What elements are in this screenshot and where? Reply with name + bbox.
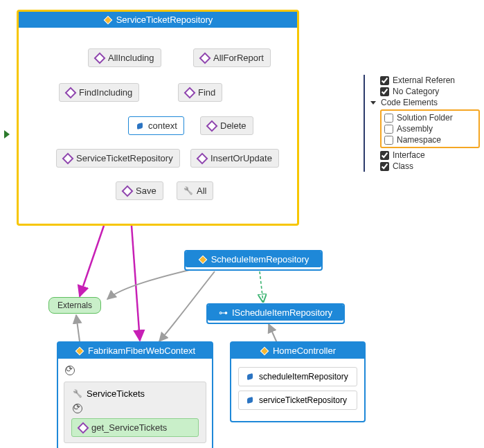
node-label: Save [136,186,156,196]
node-label: context [148,120,177,131]
filter-panel: External Referen No Category Code Elemen… [364,75,480,172]
checkbox-assembly[interactable] [384,125,393,134]
checkbox-no-category[interactable] [380,87,389,96]
container-header[interactable]: IScheduleItemRepository [208,305,343,321]
container-header[interactable]: ScheduleItemRepository [186,251,321,267]
method-icon [123,186,132,196]
container-body: AllIncluding AllForReport FindIncluding … [19,28,297,222]
filter-row-external-references[interactable]: External Referen [380,75,480,86]
method-icon [185,88,195,98]
container-title: FabrikamFiberWebContext [88,346,195,356]
method-icon [95,53,105,63]
node-all-for-report[interactable]: AllForReport [193,48,271,67]
container-header[interactable]: HomeController [231,343,364,359]
wrench-icon [73,389,82,399]
class-icon [75,346,84,356]
node-label: All [197,186,206,196]
filter-label: Interface [393,150,425,160]
node-label: FindIncluding [79,87,132,98]
filter-row-interface[interactable]: Interface [380,150,480,161]
svg-rect-12 [260,347,268,355]
container-body: scheduleItemRepository serviceTicketRepo… [231,359,364,421]
node-find-including[interactable]: FindIncluding [59,83,139,102]
container-title: IScheduleItemRepository [232,307,332,318]
node-label: Delete [220,120,247,131]
method-icon [207,121,217,131]
container-home-controller[interactable]: HomeController scheduleItemRepository se… [230,341,366,422]
subbox-title: ServiceTickets [87,388,145,399]
svg-rect-9 [104,16,111,24]
container-title: ScheduleItemRepository [211,254,310,265]
checkbox-class[interactable] [380,162,389,171]
filter-row-solution-folder[interactable]: Solution Folder [384,112,476,123]
filter-label: Class [393,161,413,171]
checkbox-external-references[interactable] [380,76,389,85]
checkbox-solution-folder[interactable] [384,114,393,123]
member-service-ticket-repository[interactable]: serviceTicketRepository [238,391,357,410]
container-service-ticket-repository[interactable]: ServiceTicketRepository AllIncluding All… [17,10,299,226]
node-service-ticket-repository[interactable]: ServiceTicketRepository [56,149,180,168]
member-label: serviceTicketRepository [259,395,347,405]
container-header[interactable]: ServiceTicketRepository [19,12,297,28]
node-label: AllIncluding [108,53,154,63]
node-label: get_ServiceTickets [91,422,167,433]
container-body: ServiceTickets get_ServiceTickets [58,359,212,448]
checkbox-interface[interactable] [380,151,389,160]
node-get-service-tickets[interactable]: get_ServiceTickets [71,418,199,437]
class-icon [103,15,113,25]
filter-row-namespace[interactable]: Namespace [384,134,476,145]
member-schedule-item-repository[interactable]: scheduleItemRepository [238,367,357,386]
method-icon [78,423,88,433]
container-title: ServiceTicketRepository [116,15,213,25]
container-schedule-item-repository[interactable]: ScheduleItemRepository [184,250,323,271]
filter-row-class[interactable]: Class [380,161,480,172]
node-context[interactable]: context [128,116,184,135]
recycle-icon [65,366,75,375]
filter-group-label: Code Elements [381,98,438,107]
caret-down-icon [370,101,376,105]
node-insert-or-update[interactable]: InsertOrUpdate [190,149,279,168]
filter-label: Solution Folder [397,113,453,123]
filter-group-code-elements[interactable]: Code Elements [370,97,480,108]
svg-rect-11 [75,347,83,355]
node-label: InsertOrUpdate [210,153,272,163]
filter-label: External Referen [393,75,455,85]
filter-row-assembly[interactable]: Assembly [384,123,476,134]
method-icon [197,154,207,163]
node-all[interactable]: All [177,181,213,200]
class-icon [198,255,208,265]
node-save[interactable]: Save [116,181,163,200]
node-delete[interactable]: Delete [200,116,253,135]
member-label: scheduleItemRepository [259,372,348,382]
method-icon [63,154,73,163]
svg-rect-10 [199,256,206,263]
node-all-including[interactable]: AllIncluding [88,48,161,67]
class-icon [260,346,269,356]
checkbox-namespace[interactable] [384,136,393,145]
node-label: AllForReport [213,53,264,63]
filter-label: Assembly [397,124,433,134]
field-icon [245,395,255,405]
field-icon [245,372,255,382]
recycle-icon [73,404,82,413]
node-label: ServiceTicketRepository [76,153,173,163]
node-label: Externals [57,301,92,310]
container-ischedule-item-repository[interactable]: IScheduleItemRepository [206,303,345,324]
node-externals[interactable]: Externals [48,297,101,314]
filter-row-no-category[interactable]: No Category [380,86,480,97]
wrench-icon [183,186,193,196]
field-icon [135,121,145,131]
subbox-header: ServiceTickets [69,386,201,401]
subbox-service-tickets[interactable]: ServiceTickets get_ServiceTickets [64,382,206,443]
interface-icon [219,308,228,318]
subbox-body: get_ServiceTickets [69,401,201,438]
filter-highlight-group: Solution Folder Assembly Namespace [380,109,480,148]
container-fabrikam-fiber-web-context[interactable]: FabrikamFiberWebContext ServiceTickets g… [57,341,213,448]
filter-label: Namespace [397,135,441,145]
container-title: HomeController [273,346,336,356]
method-icon [200,53,210,63]
node-find[interactable]: Find [178,83,222,102]
method-icon [66,88,75,98]
expand-chevron-icon[interactable] [4,130,10,138]
container-header[interactable]: FabrikamFiberWebContext [58,343,212,359]
